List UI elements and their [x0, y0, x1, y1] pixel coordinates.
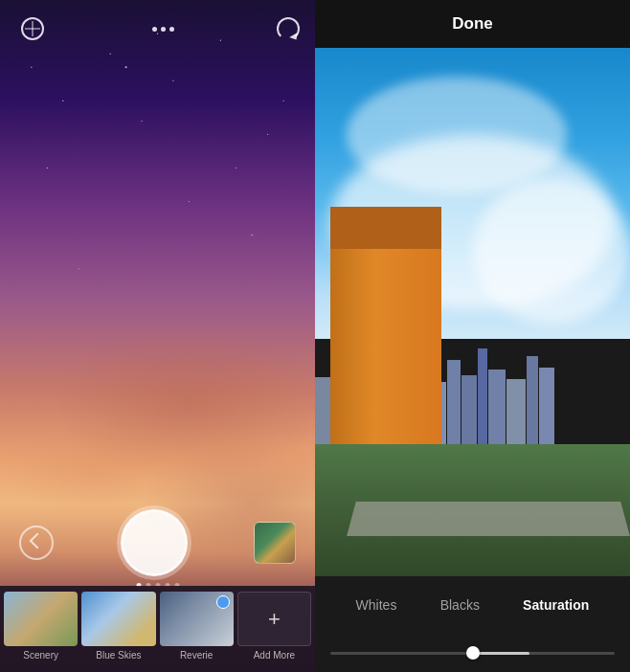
orange-building — [330, 249, 440, 460]
filter-item-reverie[interactable]: Reverie — [160, 592, 234, 666]
filter-item-addmore[interactable]: + Add More — [237, 592, 311, 666]
back-icon — [29, 535, 44, 550]
gallery-thumbnail-button[interactable] — [254, 522, 296, 564]
left-camera-panel: Scenery Blue Skies Reverie + Add More — [0, 0, 315, 672]
filter-thumb-scenery — [4, 592, 78, 646]
edited-image — [315, 48, 630, 576]
filter-thumb-addmore: + — [237, 592, 311, 646]
shutter-button[interactable] — [121, 509, 188, 576]
dot-icon — [161, 27, 166, 32]
filter-thumb-reverie — [160, 592, 234, 646]
editor-top-bar: Done — [315, 0, 630, 48]
dot-icon — [169, 27, 174, 32]
filter-thumb-blueskies — [81, 592, 155, 646]
adjustment-tabs: Whites Blacks Saturation — [315, 576, 630, 634]
done-button[interactable]: Done — [452, 14, 493, 34]
filter-label-blueskies: Blue Skies — [96, 650, 141, 661]
filter-item-blueskies[interactable]: Blue Skies — [81, 592, 155, 666]
filter-row: Scenery Blue Skies Reverie + Add More — [0, 586, 315, 672]
slider-fill — [473, 652, 529, 655]
filter-label-reverie: Reverie — [180, 650, 213, 661]
rotate-button[interactable] — [277, 17, 300, 40]
ground-area — [315, 444, 630, 576]
filter-label-scenery: Scenery — [23, 650, 58, 661]
arrow-icon — [30, 533, 46, 549]
dot-icon — [152, 27, 157, 32]
camera-top-bar — [0, 0, 315, 57]
more-options-button[interactable] — [152, 27, 174, 32]
adjustment-bar: Whites Blacks Saturation — [315, 576, 630, 672]
grid-icon — [21, 17, 44, 40]
camera-controls — [0, 509, 315, 576]
cloud-2 — [347, 77, 567, 192]
filter-label-addmore: Add More — [254, 650, 295, 661]
adjustment-slider-track[interactable] — [330, 652, 615, 655]
filter-item-scenery[interactable]: Scenery — [4, 592, 78, 666]
tab-saturation[interactable]: Saturation — [515, 594, 596, 616]
slider-thumb[interactable] — [466, 646, 480, 660]
right-editor-panel: Done — [315, 0, 630, 672]
back-button[interactable] — [19, 526, 54, 560]
adjustment-slider-area — [315, 634, 630, 672]
tab-blacks[interactable]: Blacks — [433, 594, 487, 616]
plus-icon: + — [268, 609, 281, 630]
tab-whites[interactable]: Whites — [349, 594, 405, 616]
orange-building-top — [330, 207, 440, 249]
grid-button[interactable] — [15, 11, 50, 46]
road — [347, 502, 630, 536]
